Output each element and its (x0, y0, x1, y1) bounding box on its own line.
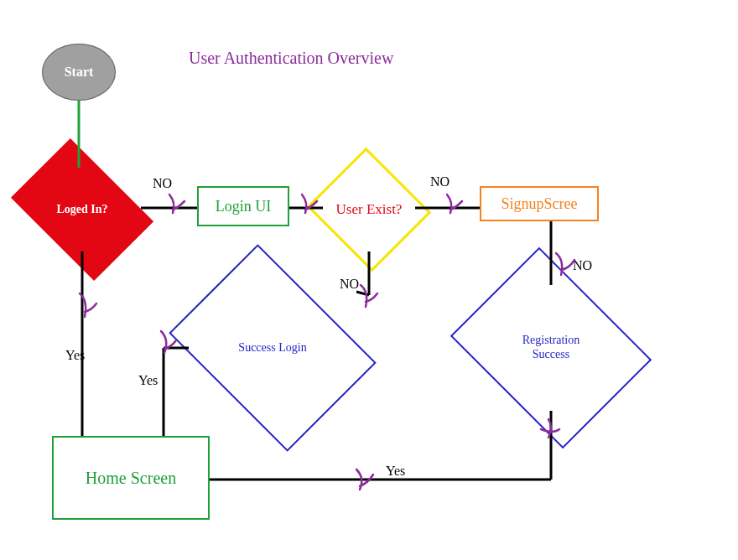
node-login-ui-label: Login UI (216, 198, 272, 215)
node-start-label: Start (65, 65, 94, 80)
diagram-title: User Authentication Overview (189, 49, 393, 68)
node-signup-screen-label: SignupScree (502, 195, 578, 213)
node-home-screen: Home Screen (52, 436, 210, 520)
label-signup-no: NO (573, 258, 592, 273)
node-user-exist: User Exist? (323, 168, 415, 251)
label-user-exist-no-right: NO (430, 174, 450, 189)
node-success-login-label: Success Login (189, 285, 356, 411)
label-registration-success-yes: Yes (386, 464, 405, 479)
node-registration-success: Registration Success (471, 285, 631, 411)
node-logged-in-label: Loged In? (23, 168, 141, 251)
node-login-ui: Login UI (197, 186, 289, 226)
node-home-screen-label: Home Screen (86, 469, 176, 488)
node-registration-success-label: Registration Success (471, 285, 631, 411)
svg-line-6 (356, 292, 369, 295)
node-user-exist-label: User Exist? (323, 168, 415, 251)
label-logged-in-no: NO (153, 176, 172, 191)
flowchart-canvas: User Authentication Overview Start Loged… (0, 0, 738, 560)
node-start: Start (42, 44, 116, 101)
node-signup-screen: SignupScree (480, 186, 599, 221)
label-user-exist-no-down: NO (340, 277, 359, 292)
node-logged-in: Loged In? (23, 168, 141, 251)
label-logged-in-yes: Yes (65, 348, 85, 363)
node-success-login: Success Login (189, 285, 356, 411)
label-success-login-yes: Yes (138, 373, 158, 388)
